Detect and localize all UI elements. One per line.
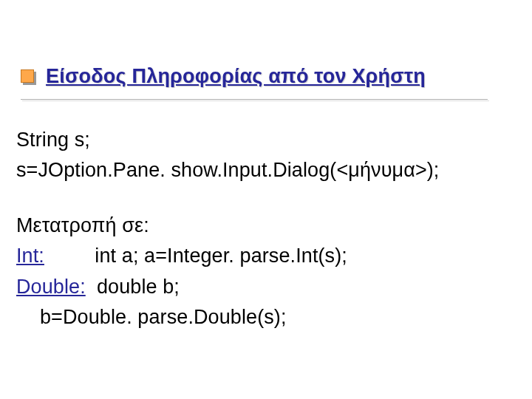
int-line: Int: int a; a=Integer. parse.Int(s); bbox=[16, 242, 511, 270]
title-underline-shadow bbox=[22, 100, 489, 101]
int-label: Int: bbox=[16, 245, 44, 267]
double-line-2: b=Double. parse.Double(s); bbox=[16, 303, 511, 332]
title-underline bbox=[21, 99, 488, 100]
double-code1: double b; bbox=[97, 276, 180, 298]
slide-title: Είσοδος Πληροφορίας από τον Χρήστη bbox=[46, 65, 426, 88]
code-line-2: s=JOption.Pane. show.Input.Dialog(<μήνυμ… bbox=[16, 156, 511, 185]
slide-content: String s; s=JOption.Pane. show.Input.Dia… bbox=[16, 126, 511, 333]
code-line-1: String s; bbox=[16, 126, 511, 154]
title-bullet-icon bbox=[21, 69, 35, 84]
double-space bbox=[86, 276, 97, 298]
title-row: Είσοδος Πληροφορίας από τον Χρήστη bbox=[21, 65, 511, 88]
slide-container: Είσοδος Πληροφορίας από τον Χρήστη Strin… bbox=[0, 0, 532, 399]
convert-heading: Μετατροπή σε: bbox=[16, 211, 511, 240]
double-label: Double: bbox=[16, 276, 86, 298]
double-line: Double: double b; bbox=[16, 273, 511, 301]
int-code: int a; a=Integer. parse.Int(s); bbox=[95, 245, 347, 267]
int-spaces bbox=[44, 245, 95, 267]
